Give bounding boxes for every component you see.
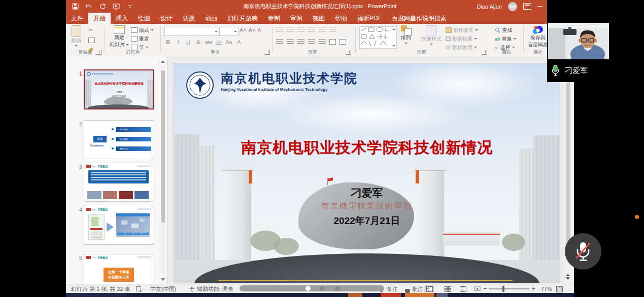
mic-active-icon xyxy=(551,65,560,77)
layout-button[interactable]: 版式 xyxy=(131,26,154,34)
tab-切换[interactable]: 切换 xyxy=(178,13,200,24)
slide-counter[interactable]: 幻灯片 第 1 张, 共 22 张 xyxy=(71,284,130,293)
find-button[interactable]: 查找 xyxy=(495,26,517,34)
font-color-icon[interactable]: A xyxy=(235,39,243,45)
align-text-icon[interactable] xyxy=(329,39,336,45)
paste-button[interactable]: 粘贴 xyxy=(71,25,81,47)
clear-format-icon[interactable]: A xyxy=(258,27,261,33)
editor-scroll-thumb[interactable] xyxy=(566,68,570,260)
tab-设计[interactable]: 设计 xyxy=(155,13,178,24)
zoom-out-button[interactable]: − xyxy=(483,284,487,293)
zoom-slider[interactable] xyxy=(489,288,529,289)
toolbar-dot-white[interactable] xyxy=(306,286,311,291)
shape-outline-button[interactable]: 形状轮廓 xyxy=(446,35,478,43)
paragraph-dialog-launcher[interactable] xyxy=(346,50,351,55)
line-spacing-icon[interactable] xyxy=(319,27,326,32)
slide-sorter-view-button[interactable] xyxy=(443,285,453,292)
slide-thumbnail-1[interactable]: 南京机电职业技术学院科技创新情况 刁爱军 2022年7月21日 xyxy=(84,69,154,109)
tab-录制[interactable]: 录制 xyxy=(263,13,285,24)
tab-开始[interactable]: 开始 xyxy=(88,13,111,24)
char-spacing-icon[interactable]: AV xyxy=(215,40,222,45)
tab-动画[interactable]: 动画 xyxy=(200,13,222,24)
align-right-icon[interactable] xyxy=(297,39,304,45)
smartart-convert-icon[interactable] xyxy=(340,39,346,45)
underline-icon[interactable]: U xyxy=(185,39,192,45)
normal-view-button[interactable] xyxy=(424,285,434,292)
tab-绘图[interactable]: 绘图 xyxy=(133,13,155,24)
thumbnails-scroll-down-icon[interactable] xyxy=(161,278,165,281)
save-to-baidu-button[interactable]: 保存到 百度网盘 xyxy=(527,25,549,49)
thumbnail-number: 2 xyxy=(75,121,82,127)
thumbnails-scroll-up-icon[interactable] xyxy=(161,60,165,63)
tab-插入[interactable]: 插入 xyxy=(111,13,133,24)
align-center-icon[interactable] xyxy=(287,39,294,45)
tell-me-search[interactable]: 操作说明搜索 xyxy=(401,13,447,24)
slide-thumbnail-5[interactable]: 一、学院概况 让每一个学生 自信面向未来 xyxy=(84,254,153,284)
quick-styles-button[interactable]: 快速样式 xyxy=(421,25,442,45)
microphone-muted-button[interactable] xyxy=(565,233,601,270)
tab-视图[interactable]: 视图 xyxy=(308,13,330,24)
zoom-level[interactable]: 77% xyxy=(541,284,552,293)
subscript-icon[interactable]: abc xyxy=(205,40,212,45)
accessibility-status[interactable]: 辅助功能: 调查 xyxy=(197,284,233,293)
justify-icon[interactable] xyxy=(308,39,315,45)
tab-帮助[interactable]: 帮助 xyxy=(330,13,352,24)
minimize-button[interactable] xyxy=(537,6,543,7)
account-avatar[interactable]: DA xyxy=(508,2,517,11)
change-case-icon[interactable]: Aa xyxy=(225,39,232,45)
slide-canvas[interactable]: 南京机电职业技术学院 Nanjing Vocational Institute … xyxy=(174,63,560,283)
shapes-gallery[interactable] xyxy=(359,26,397,49)
shapes-scroll-down-icon[interactable] xyxy=(392,45,395,47)
shape-fill-button[interactable]: 形状填充 xyxy=(446,26,478,34)
toolbar-dot-1[interactable] xyxy=(320,286,325,291)
columns-icon[interactable] xyxy=(319,39,326,45)
cut-icon[interactable]: ✂ xyxy=(88,27,95,33)
bold-icon[interactable]: B xyxy=(164,39,172,45)
align-left-icon[interactable] xyxy=(276,39,283,45)
shapes-scroll-up-icon[interactable] xyxy=(392,28,395,30)
decrease-indent-icon[interactable] xyxy=(297,27,304,32)
thumbnails-scroll-thumb[interactable] xyxy=(161,70,165,222)
drawing-dialog-launcher[interactable] xyxy=(482,50,487,55)
toolbar-dot-2[interactable] xyxy=(335,286,340,291)
grow-font-icon[interactable]: A˄ xyxy=(240,27,247,33)
copy-icon[interactable] xyxy=(88,36,95,45)
next-slide-icon[interactable] xyxy=(566,277,570,280)
tab-文件[interactable]: 文件 xyxy=(66,13,88,24)
tab-幻灯片放映[interactable]: 幻灯片放映 xyxy=(222,13,263,24)
participant-webcam-video[interactable] xyxy=(548,23,609,59)
arrange-button[interactable]: 排列 xyxy=(401,25,411,44)
comments-toggle[interactable]: 批注 xyxy=(412,284,423,293)
meeting-toolbar-collapsed[interactable] xyxy=(240,285,384,291)
font-size-input[interactable] xyxy=(219,27,239,36)
language-indicator[interactable]: 中文(中国) xyxy=(150,284,176,293)
shrink-font-icon[interactable]: A˅ xyxy=(249,27,256,33)
numbering-icon[interactable] xyxy=(287,27,294,32)
thumbnails-scrollbar[interactable] xyxy=(160,57,166,283)
account-user-name[interactable]: Diao Aijun xyxy=(477,4,502,10)
zoom-slider-thumb[interactable] xyxy=(502,286,504,292)
increase-indent-icon[interactable] xyxy=(308,27,315,32)
tab-福昕PDF[interactable]: 福昕PDF xyxy=(352,13,387,24)
slideshow-view-button[interactable] xyxy=(472,285,482,292)
notes-toggle[interactable]: 备注 xyxy=(387,284,398,293)
strikethrough-icon[interactable]: S xyxy=(195,39,202,45)
new-slide-button[interactable]: 新建 幻灯片 xyxy=(110,25,129,48)
bullets-icon[interactable] xyxy=(276,27,283,32)
zoom-in-button[interactable]: + xyxy=(531,284,535,293)
replace-button[interactable]: ab替换 xyxy=(495,35,517,43)
previous-slide-icon[interactable] xyxy=(566,274,570,276)
slide-thumbnail-2[interactable]: 目录 Contents 学院概况 科技创新 高校论坛 xyxy=(84,120,153,159)
thumbnail-number: 3 xyxy=(75,164,82,170)
slide-thumbnail-4[interactable]: 一、学院概况 xyxy=(84,206,153,245)
font-name-input[interactable] xyxy=(164,27,219,36)
italic-icon[interactable]: I xyxy=(175,39,182,45)
reading-view-button[interactable] xyxy=(458,285,468,292)
ribbon-display-options-icon[interactable] xyxy=(523,3,531,10)
text-direction-icon[interactable] xyxy=(329,27,336,32)
clipboard-dialog-launcher[interactable] xyxy=(96,50,101,55)
font-dialog-launcher[interactable] xyxy=(265,50,270,55)
slide-thumbnail-3[interactable]: 一、学院概况 xyxy=(84,163,153,202)
reset-button[interactable]: 重置 xyxy=(131,35,154,43)
tab-审阅[interactable]: 审阅 xyxy=(285,13,308,24)
